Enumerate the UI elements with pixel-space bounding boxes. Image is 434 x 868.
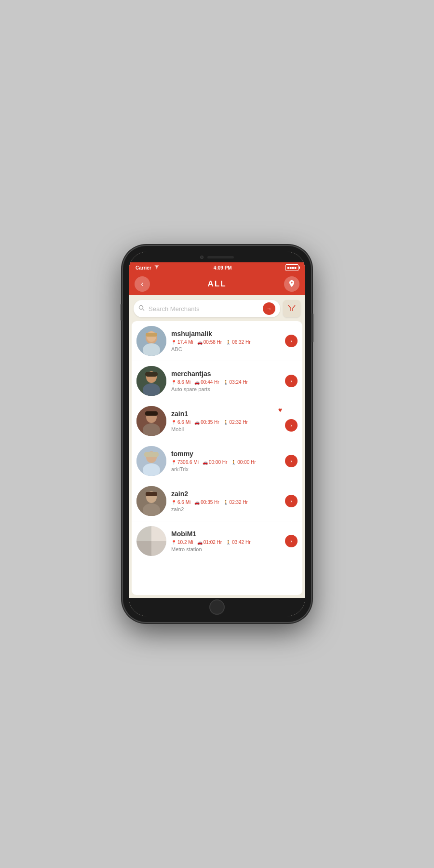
merchant-item: tommy 📍 7306.6 Mi 🚗 00:00 Hr � (132, 441, 302, 481)
merchant-stats: 📍 17.4 Mi 🚗 00:58 Hr 🚶 06:32 Hr (171, 339, 280, 345)
merchant-item: merchantjas 📍 8.6 Mi 🚗 00:44 Hr (132, 361, 302, 401)
favorite-icon[interactable]: ♥ (278, 406, 282, 414)
chevron-right-icon: › (290, 378, 292, 384)
status-bar: Carrier 4:09 PM ■■■■ (129, 262, 305, 273)
phone-bottom-bar (129, 598, 305, 616)
search-bar-container[interactable]: Search Merchants → (134, 300, 280, 317)
car-icon: 🚗 (194, 500, 200, 505)
back-icon: ‹ (141, 280, 143, 288)
carrier-label: Carrier (136, 265, 160, 271)
svg-rect-18 (144, 452, 159, 457)
chevron-right-icon: › (290, 498, 292, 504)
svg-rect-10 (145, 372, 158, 377)
merchant-info: MobiM1 📍 10.2 Mi 🚗 01:02 Hr 🚶 (171, 530, 280, 552)
wifi-icon (153, 265, 160, 270)
home-button[interactable] (209, 599, 225, 615)
camera-dot (200, 256, 203, 259)
avatar (136, 526, 166, 556)
chevron-right-icon: › (290, 422, 292, 428)
drive-stat: 🚗 00:44 Hr (194, 380, 219, 385)
svg-rect-22 (146, 492, 157, 496)
chevron-right-icon: › (290, 458, 292, 464)
merchant-detail-button[interactable]: › (285, 375, 298, 387)
pin-icon: 📍 (171, 340, 176, 345)
merchant-category: zain2 (171, 506, 280, 512)
walk-stat: 🚶 02:32 Hr (223, 500, 248, 505)
merchant-stats: 📍 6.6 Mi 🚗 00:35 Hr 🚶 02:32 Hr (171, 420, 280, 425)
avatar (136, 326, 166, 356)
svg-rect-14 (145, 411, 158, 416)
search-icon (138, 305, 145, 312)
merchant-category: Mobil (171, 426, 280, 432)
walk-stat: 🚶 03:24 Hr (223, 380, 248, 385)
merchant-item: MobiM1 📍 10.2 Mi 🚗 01:02 Hr 🚶 (132, 521, 302, 561)
walk-stat: 🚶 06:32 Hr (226, 339, 250, 345)
drive-stat: 🚗 00:00 Hr (203, 460, 227, 465)
merchant-name: zain1 (171, 410, 280, 418)
drive-stat: 🚗 00:35 Hr (194, 420, 219, 425)
merchant-stats: 📍 8.6 Mi 🚗 00:44 Hr 🚶 03:24 Hr (171, 380, 280, 385)
svg-point-0 (139, 306, 143, 310)
avatar (136, 486, 166, 516)
car-icon: 🚗 (197, 540, 203, 545)
merchant-stats: 📍 6.6 Mi 🚗 00:35 Hr 🚶 02:32 Hr (171, 500, 280, 505)
search-input[interactable]: Search Merchants (149, 305, 259, 312)
walk-stat: 🚶 02:32 Hr (223, 420, 248, 425)
distance-stat: 📍 6.6 Mi (171, 420, 190, 425)
merchant-detail-button[interactable]: › (285, 495, 298, 507)
merchant-list: mshujamalik 📍 17.4 Mi 🚗 00:58 Hr (132, 321, 302, 595)
pin-icon: 📍 (171, 500, 176, 505)
merchant-category: ABC (171, 346, 280, 352)
merchant-detail-button[interactable]: › (285, 419, 298, 432)
distance-stat: 📍 17.4 Mi (171, 339, 193, 345)
merchant-info: mshujamalik 📍 17.4 Mi 🚗 00:58 Hr (171, 330, 280, 352)
merchant-name: tommy (171, 450, 280, 458)
walk-stat: 🚶 03:42 Hr (226, 540, 250, 545)
merchant-category: Auto spare parts (171, 386, 280, 392)
content-area: Search Merchants → (129, 295, 305, 598)
filter-icon (288, 305, 296, 313)
search-go-button[interactable]: → (263, 302, 275, 315)
phone-frame: Carrier 4:09 PM ■■■■ ‹ ALL (123, 246, 311, 622)
merchant-name: MobiM1 (171, 530, 280, 538)
merchant-detail-button[interactable]: › (285, 535, 298, 547)
search-area: Search Merchants → (129, 295, 305, 321)
walk-icon: 🚶 (223, 380, 229, 385)
phone-notch (129, 252, 305, 262)
merchant-item: mshujamalik 📍 17.4 Mi 🚗 00:58 Hr (132, 321, 302, 361)
back-button[interactable]: ‹ (135, 276, 150, 292)
location-icon (288, 280, 296, 289)
merchant-detail-button[interactable]: › (285, 455, 298, 467)
nav-title: ALL (207, 279, 226, 289)
chevron-right-icon: › (290, 338, 292, 344)
merchant-detail-button[interactable]: › (285, 335, 298, 347)
merchant-name: merchantjas (171, 370, 280, 378)
phone-screen: Carrier 4:09 PM ■■■■ ‹ ALL (129, 252, 305, 616)
drive-stat: 🚗 01:02 Hr (197, 540, 222, 545)
avatar (136, 446, 166, 476)
drive-stat: 🚗 00:58 Hr (197, 339, 222, 345)
merchant-stats: 📍 7306.6 Mi 🚗 00:00 Hr 🚶 00:00 Hr (171, 460, 280, 465)
merchant-category: arkiTrix (171, 466, 280, 472)
walk-icon: 🚶 (223, 420, 229, 425)
distance-stat: 📍 6.6 Mi (171, 500, 190, 505)
distance-stat: 📍 7306.6 Mi (171, 460, 199, 465)
location-button[interactable] (284, 276, 299, 292)
svg-line-1 (143, 309, 144, 311)
car-icon: 🚗 (197, 340, 203, 345)
arrow-right-icon: → (267, 306, 272, 312)
car-icon: 🚗 (194, 380, 200, 385)
speaker-bar (207, 256, 234, 258)
distance-stat: 📍 8.6 Mi (171, 380, 190, 385)
walk-icon: 🚶 (226, 340, 231, 345)
walk-icon: 🚶 (226, 540, 231, 545)
walk-icon: 🚶 (223, 500, 229, 505)
merchant-category: Metro station (171, 546, 280, 552)
pin-icon: 📍 (171, 460, 176, 465)
avatar (136, 366, 166, 396)
merchant-name: zain2 (171, 490, 280, 498)
merchant-info: zain1 📍 6.6 Mi 🚗 00:35 Hr 🚶 (171, 410, 280, 432)
drive-stat: 🚗 00:35 Hr (194, 500, 219, 505)
merchant-item: zain2 📍 6.6 Mi 🚗 00:35 Hr 🚶 (132, 481, 302, 521)
filter-button[interactable] (283, 300, 300, 317)
